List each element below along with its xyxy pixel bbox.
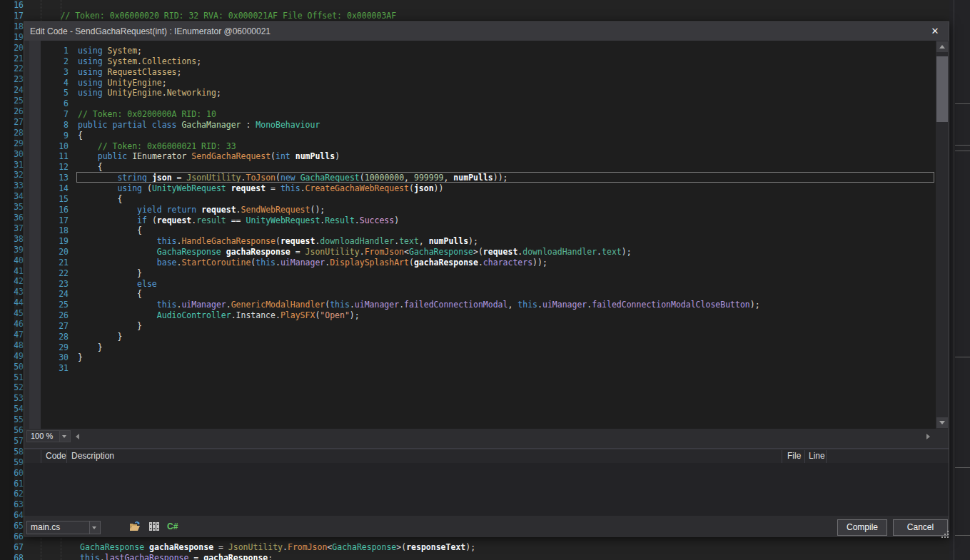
code-line[interactable]: 15 { bbox=[24, 194, 949, 205]
zoom-level-value: 100 % bbox=[27, 431, 59, 442]
code-editor[interactable]: 1using System;2using System.Collections;… bbox=[24, 41, 949, 429]
code-line[interactable]: 24 { bbox=[24, 289, 949, 300]
line-number: 23 bbox=[41, 279, 69, 290]
line-number: 19 bbox=[41, 236, 69, 247]
zoom-dropdown-button[interactable] bbox=[59, 431, 70, 442]
scroll-down-button[interactable] bbox=[936, 417, 948, 428]
code-line[interactable]: 7// Token: 0x0200000A RID: 10 bbox=[24, 109, 949, 120]
edit-code-dialog: Edit Code - SendGachaRequest(int) : IEnu… bbox=[24, 21, 949, 536]
line-number: 7 bbox=[41, 109, 69, 120]
code-line[interactable]: 9{ bbox=[24, 131, 949, 141]
errors-grid-header: Code Description File Line bbox=[24, 450, 949, 463]
line-number: 29 bbox=[41, 342, 69, 353]
scrollbar-thumb[interactable] bbox=[936, 56, 948, 122]
line-number: 31 bbox=[41, 363, 69, 374]
scroll-marker bbox=[955, 467, 970, 468]
column-line[interactable]: Line bbox=[805, 450, 827, 463]
code-line[interactable]: 1using System; bbox=[24, 46, 949, 56]
code-line[interactable]: 5using UnityEngine.Networking; bbox=[24, 88, 949, 98]
code-line[interactable]: 3using RequestClasses; bbox=[24, 67, 949, 78]
line-number: 2 bbox=[41, 56, 69, 67]
code-line[interactable]: 21 base.StartCoroutine(this.uiManager.Di… bbox=[24, 258, 949, 268]
code-line[interactable]: 31 bbox=[24, 363, 949, 374]
code-line[interactable]: 28 } bbox=[24, 332, 949, 342]
assembly-references-icon[interactable] bbox=[148, 520, 161, 533]
code-line[interactable]: 12 { bbox=[24, 162, 949, 173]
code-line[interactable]: 22 } bbox=[24, 268, 949, 279]
line-number: 8 bbox=[41, 120, 69, 131]
line-number: 27 bbox=[41, 321, 69, 332]
code-line[interactable]: 16 yield return request.SendWebRequest()… bbox=[24, 205, 949, 215]
resize-grip[interactable] bbox=[940, 529, 949, 538]
code-line[interactable]: // Token: 0x06000020 RID: 32 RVA: 0x0000… bbox=[21, 11, 396, 21]
code-line[interactable]: 27 } bbox=[24, 321, 949, 332]
line-number: 1 bbox=[41, 46, 69, 56]
line-number: 13 bbox=[41, 173, 69, 183]
code-line[interactable]: 25 this.uiManager.GenericModalHandler(th… bbox=[24, 300, 949, 310]
scroll-right-button[interactable] bbox=[926, 434, 930, 439]
line-number: 16 bbox=[41, 205, 69, 215]
file-dropdown-button[interactable] bbox=[89, 521, 100, 534]
close-icon[interactable]: ✕ bbox=[926, 22, 944, 41]
code-line[interactable]: 20 GachaResponse gachaResponse = JsonUti… bbox=[24, 247, 949, 258]
file-select-value: main.cs bbox=[27, 521, 89, 534]
code-line[interactable]: 6 bbox=[24, 98, 949, 109]
scroll-left-button[interactable] bbox=[76, 434, 79, 439]
column-icon[interactable] bbox=[26, 450, 41, 463]
code-line[interactable]: 14 using (UnityWebRequest request = this… bbox=[24, 183, 949, 194]
zoom-level-select[interactable]: 100 % bbox=[26, 430, 71, 442]
csharp-icon[interactable]: C# bbox=[167, 520, 180, 533]
line-number: 3 bbox=[41, 67, 69, 78]
code-line[interactable]: 29 } bbox=[24, 342, 949, 353]
code-line[interactable]: this.lastGachaResponse = gachaResponse; bbox=[21, 553, 273, 560]
scroll-up-button[interactable] bbox=[936, 41, 948, 52]
editor-bottom-bar: 100 % bbox=[24, 429, 949, 444]
code-line[interactable]: 11 public IEnumerator SendGachaRequest(i… bbox=[24, 151, 949, 162]
code-line[interactable]: 2using System.Collections; bbox=[24, 56, 949, 67]
background-scrollbar-panel[interactable] bbox=[949, 0, 970, 560]
line-number: 30 bbox=[41, 352, 69, 363]
file-select[interactable]: main.cs bbox=[26, 521, 101, 534]
line-number: 18 bbox=[41, 225, 69, 236]
code-line[interactable]: 4using UnityEngine; bbox=[24, 78, 949, 88]
chevron-down-icon bbox=[62, 435, 66, 438]
line-number: 26 bbox=[41, 310, 69, 321]
code-lines[interactable]: 1using System;2using System.Collections;… bbox=[24, 46, 949, 374]
code-line[interactable]: 26 AudioController.Instance.PlaySFX("Ope… bbox=[24, 310, 949, 321]
column-code[interactable]: Code bbox=[41, 450, 67, 463]
code-line[interactable]: 10 // Token: 0x06000021 RID: 33 bbox=[24, 141, 949, 152]
column-file[interactable]: File bbox=[782, 450, 805, 463]
scroll-marker bbox=[955, 357, 970, 357]
column-description[interactable]: Description bbox=[67, 450, 782, 463]
code-line[interactable]: 17 if (request.result == UnityWebRequest… bbox=[24, 215, 949, 226]
up-arrow-icon bbox=[939, 45, 945, 49]
line-number: 22 bbox=[41, 268, 69, 279]
scroll-marker bbox=[955, 145, 970, 146]
line-number: 17 bbox=[41, 215, 69, 226]
compile-button[interactable]: Compile bbox=[837, 519, 887, 536]
code-line[interactable]: 19 this.HandleGachaResponse(request.down… bbox=[24, 236, 949, 247]
line-number: 24 bbox=[41, 289, 69, 300]
line-number: 25 bbox=[41, 300, 69, 310]
folder-open-icon[interactable] bbox=[128, 520, 141, 533]
divider bbox=[24, 448, 949, 449]
code-line[interactable]: GachaResponse gachaResponse = JsonUtilit… bbox=[21, 542, 475, 553]
dialog-titlebar[interactable]: Edit Code - SendGachaRequest(int) : IEnu… bbox=[24, 22, 949, 41]
line-number: 12 bbox=[41, 162, 69, 173]
scroll-marker bbox=[955, 151, 970, 151]
line-number: 9 bbox=[41, 131, 69, 141]
vertical-scrollbar[interactable] bbox=[936, 41, 949, 429]
line-number: 28 bbox=[41, 332, 69, 342]
line-number: 10 bbox=[41, 141, 69, 152]
dialog-footer: main.cs C# Compile Cancel bbox=[24, 516, 949, 537]
errors-grid-body[interactable] bbox=[24, 463, 949, 516]
line-number: 15 bbox=[41, 194, 69, 205]
line-number: 14 bbox=[41, 183, 69, 194]
code-line[interactable]: 30} bbox=[24, 352, 949, 363]
code-line[interactable]: 8public partial class GachaManager : Mon… bbox=[24, 120, 949, 131]
scroll-marker bbox=[955, 535, 970, 536]
panel-divider bbox=[954, 0, 954, 560]
code-line[interactable]: 23 else bbox=[24, 279, 949, 290]
code-line[interactable]: 18 { bbox=[24, 225, 949, 236]
chevron-down-icon bbox=[92, 526, 96, 529]
